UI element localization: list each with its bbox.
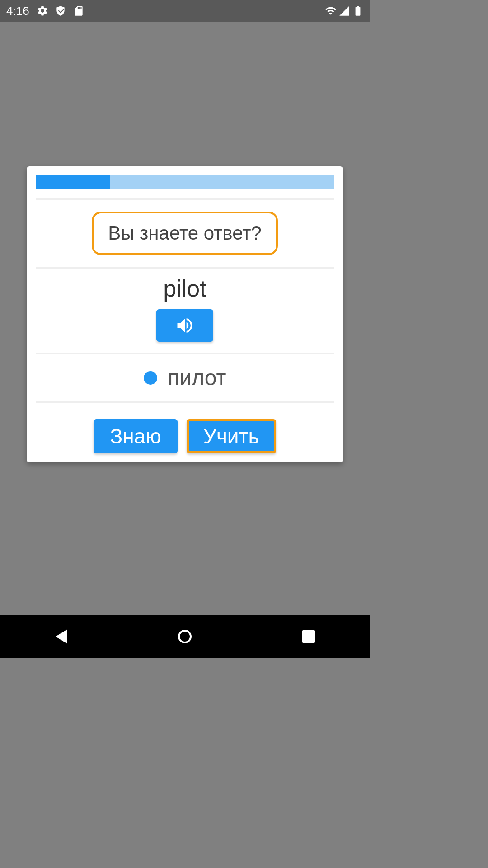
- translation-text: пилот: [168, 365, 226, 390]
- word-section: pilot: [36, 269, 334, 353]
- status-bar: 4:16: [0, 0, 370, 22]
- bullet-icon: [144, 371, 157, 385]
- battery-icon: [352, 5, 364, 17]
- status-time: 4:16: [6, 4, 29, 18]
- learn-button[interactable]: Учить: [187, 419, 276, 453]
- progress-fill: [36, 175, 110, 189]
- speaker-icon: [175, 316, 195, 335]
- buttons-section: Знаю Учить: [36, 403, 334, 453]
- know-button[interactable]: Знаю: [94, 419, 177, 453]
- progress-bar: [36, 175, 334, 189]
- back-icon: [56, 629, 67, 644]
- home-icon: [178, 630, 192, 643]
- nav-recent-button[interactable]: [302, 630, 315, 643]
- status-icons-left: [37, 5, 84, 17]
- divider: [36, 198, 334, 200]
- signal-icon: [338, 5, 350, 17]
- status-right: [325, 5, 364, 17]
- navigation-bar: [0, 615, 370, 658]
- audio-play-button[interactable]: [156, 309, 213, 342]
- question-text: Вы знаете ответ?: [108, 222, 262, 244]
- settings-icon: [37, 5, 48, 17]
- nav-back-button[interactable]: [56, 629, 67, 644]
- nav-home-button[interactable]: [178, 630, 192, 643]
- question-box: Вы знаете ответ?: [92, 212, 278, 255]
- recent-icon: [302, 630, 315, 643]
- flashcard: Вы знаете ответ? pilot пилот Знаю Учить: [27, 166, 343, 462]
- shield-icon: [55, 5, 66, 17]
- translation-section: пилот: [36, 354, 334, 401]
- sd-card-icon: [73, 5, 84, 17]
- word-text: pilot: [36, 275, 334, 302]
- wifi-icon: [325, 5, 337, 17]
- status-left: 4:16: [6, 4, 84, 18]
